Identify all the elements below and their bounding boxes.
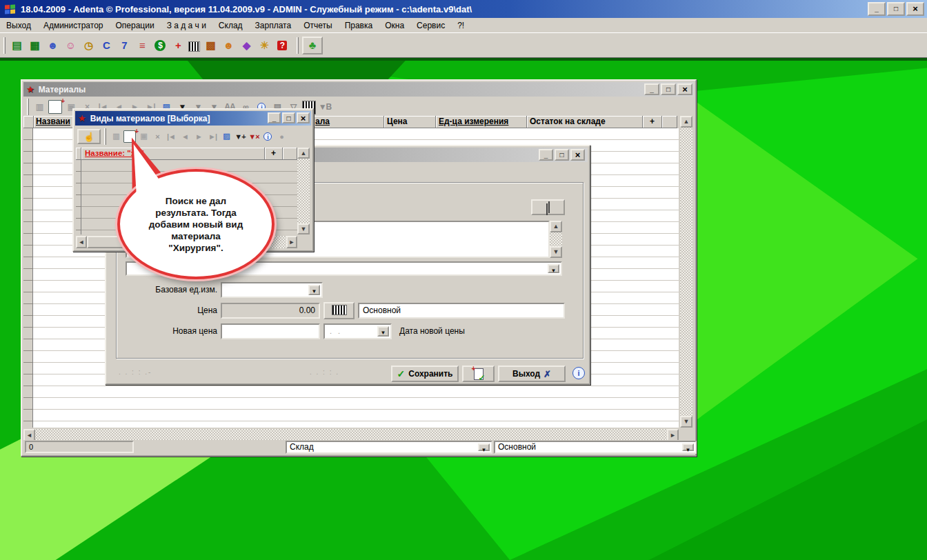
- new-price-date-combobox[interactable]: . .: [323, 323, 392, 339]
- maximize-button[interactable]: □: [282, 112, 295, 123]
- new-price-date-label: Дата новой цены: [399, 323, 465, 339]
- minimize-button[interactable]: _: [644, 83, 659, 95]
- menu-item[interactable]: ?!: [451, 19, 470, 32]
- toolbar-grip[interactable]: [104, 128, 106, 145]
- first-record-icon[interactable]: |◄: [165, 130, 177, 143]
- menu-item[interactable]: Правка: [339, 19, 379, 32]
- menu-item[interactable]: Выход: [0, 19, 37, 32]
- open-folder-icon[interactable]: ▨: [220, 130, 232, 143]
- last-record-icon[interactable]: ►|: [206, 130, 219, 143]
- filter-b-icon[interactable]: ▼B: [318, 100, 332, 114]
- chevron-down-icon[interactable]: [548, 264, 559, 273]
- menu-item[interactable]: Администратор: [37, 19, 110, 32]
- pricelist-combobox[interactable]: Основной: [494, 441, 697, 454]
- barcode-icon[interactable]: [188, 41, 200, 52]
- stripes-icon[interactable]: ≡: [134, 38, 150, 53]
- close-button[interactable]: ×: [677, 83, 692, 95]
- minimize-button[interactable]: _: [868, 2, 886, 16]
- menu-item[interactable]: Зарплата: [249, 19, 298, 32]
- warehouse-combobox[interactable]: Склад: [286, 441, 492, 454]
- scroll-down-icon[interactable]: [550, 246, 562, 258]
- close-button[interactable]: ×: [570, 149, 585, 161]
- info-icon[interactable]: i: [261, 130, 274, 143]
- minimize-button[interactable]: _: [268, 112, 281, 123]
- column-header-unit[interactable]: Ед-ца измерения: [436, 116, 527, 128]
- exit-button[interactable]: Выход ✗: [498, 366, 566, 382]
- scroll-up-icon[interactable]: [550, 221, 562, 232]
- price-field: 0.00: [221, 303, 320, 319]
- chevron-down-icon[interactable]: [308, 285, 320, 295]
- first-aid-icon[interactable]: +: [170, 38, 186, 53]
- maximize-button[interactable]: □: [887, 2, 905, 16]
- save-button[interactable]: ✓ Сохранить: [391, 366, 459, 382]
- new-price-field[interactable]: [221, 323, 320, 339]
- menu-item[interactable]: Сервис: [410, 19, 451, 32]
- gear-icon[interactable]: ☀: [257, 38, 272, 53]
- exit-door-icon[interactable]: ▤: [9, 38, 24, 53]
- close-button[interactable]: ×: [297, 112, 310, 123]
- menu-item[interactable]: Операции: [109, 19, 160, 32]
- info-icon[interactable]: i: [572, 367, 585, 379]
- menu-item[interactable]: Склад: [212, 19, 249, 32]
- column-header-stock[interactable]: Остаток на складе: [527, 116, 643, 128]
- filter-expression[interactable]: Название: "хи": [81, 148, 265, 160]
- open-record-icon[interactable]: ▥: [32, 100, 46, 114]
- scroll-up-icon[interactable]: [680, 116, 692, 128]
- next-record-icon[interactable]: ►: [192, 130, 205, 143]
- menu-item[interactable]: Отчеты: [297, 19, 338, 32]
- callout-line: Поиск не дал: [130, 195, 262, 207]
- apply-filter-button[interactable]: ☝: [77, 129, 101, 144]
- open-record-icon[interactable]: ▥: [110, 130, 122, 143]
- prior-record-icon[interactable]: ◄: [179, 130, 191, 143]
- stop-icon[interactable]: ●: [275, 130, 288, 143]
- chevron-down-icon[interactable]: [377, 326, 389, 337]
- scroll-up-icon[interactable]: [297, 148, 310, 159]
- close-button[interactable]: ×: [906, 2, 924, 16]
- save-and-new-button[interactable]: + ✓: [462, 366, 495, 382]
- money-icon[interactable]: $: [152, 38, 168, 53]
- minimize-button[interactable]: _: [539, 149, 553, 161]
- patients-icon[interactable]: ☻: [45, 38, 60, 53]
- column-header-plus[interactable]: +: [265, 148, 283, 160]
- clock-icon[interactable]: ◷: [81, 38, 96, 53]
- materials-window-title: Материалы: [39, 85, 86, 94]
- toolbar-grip[interactable]: [297, 37, 299, 54]
- column-header-price[interactable]: Цена: [384, 116, 436, 128]
- balloons-icon[interactable]: ☺: [63, 38, 78, 53]
- calendar-7-icon[interactable]: 7: [117, 38, 132, 53]
- help-book-icon[interactable]: ?: [275, 38, 290, 53]
- schedule-grid-icon[interactable]: ▦: [27, 38, 42, 53]
- filter-clear-icon[interactable]: ▼×: [248, 130, 260, 143]
- menu-item[interactable]: З а д а ч и: [161, 19, 212, 32]
- clover-icon[interactable]: ♣: [302, 37, 323, 54]
- menu-item[interactable]: Окна: [379, 19, 410, 32]
- barcode-button[interactable]: [323, 302, 355, 319]
- row-selector-column[interactable]: [76, 160, 81, 234]
- row-selector-column[interactable]: [23, 128, 33, 428]
- staff-icon[interactable]: ☻: [221, 38, 236, 53]
- copy-button[interactable]: [531, 199, 565, 215]
- pricelist-name-field[interactable]: Основной: [358, 303, 565, 319]
- scroll-down-icon[interactable]: [680, 416, 692, 428]
- chevron-down-icon[interactable]: [682, 443, 694, 451]
- scroll-left-icon[interactable]: [76, 236, 87, 248]
- scroll-down-icon[interactable]: [297, 223, 310, 234]
- app-logo-icon: [5, 4, 15, 14]
- filter-add-icon[interactable]: ▼+: [234, 130, 246, 143]
- base-unit-combobox[interactable]: [221, 282, 323, 298]
- maximize-button[interactable]: □: [661, 83, 676, 95]
- toolbar-grip[interactable]: [27, 99, 29, 115]
- maximize-button[interactable]: □: [555, 149, 569, 161]
- materials-title-bar[interactable]: ★ Материалы: [23, 82, 694, 97]
- gift-icon[interactable]: ▩: [203, 38, 218, 53]
- calendar-c-icon[interactable]: С: [99, 38, 114, 53]
- main-title-bar[interactable]: 18.04.2009 - Adenta © Professional, верс…: [0, 0, 927, 18]
- v-scrollbar[interactable]: [297, 148, 310, 234]
- new-record-icon[interactable]: +: [48, 100, 62, 114]
- toolbar-grip[interactable]: [3, 37, 6, 54]
- scroll-right-icon[interactable]: [286, 236, 297, 248]
- palette-icon[interactable]: ◆: [239, 38, 254, 53]
- v-scrollbar[interactable]: [680, 116, 692, 428]
- column-header-plus[interactable]: +: [643, 116, 662, 128]
- chevron-down-icon[interactable]: [478, 443, 490, 451]
